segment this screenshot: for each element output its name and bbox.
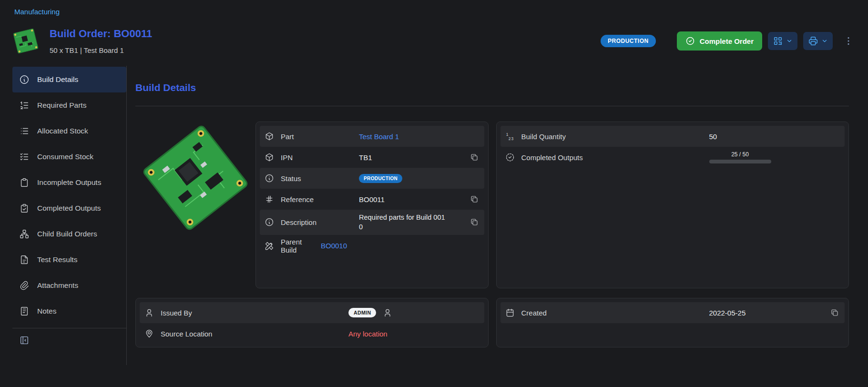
detail-label: Status: [281, 174, 352, 183]
sidebar-item-allocated-stock[interactable]: Allocated Stock: [12, 118, 126, 144]
status-badge: PRODUCTION: [359, 174, 402, 183]
pcb-image: [139, 122, 252, 234]
created-label: Created: [521, 309, 703, 317]
sidebar-item-child-build-orders[interactable]: Child Build Orders: [12, 221, 126, 247]
copy-icon: [830, 308, 839, 317]
sidebar: Build Details Required Parts Allocated S…: [12, 66, 127, 365]
sidebar-item-incomplete-outputs[interactable]: Incomplete Outputs: [12, 170, 126, 195]
sidebar-item-notes[interactable]: Notes: [12, 298, 126, 324]
sidebar-item-attachments[interactable]: Attachments: [12, 273, 126, 298]
print-actions-button[interactable]: [803, 32, 833, 50]
page-subtitle: 50 x TB1 | Test Board 1: [50, 46, 152, 54]
sidebar-item-test-results[interactable]: Test Results: [12, 247, 126, 273]
package-icon: [265, 132, 274, 141]
completed-outputs-progress: 25 / 50: [709, 151, 771, 163]
part-link[interactable]: Test Board 1: [359, 132, 399, 141]
sidebar-item-label: Build Details: [37, 75, 78, 84]
sidebar-item-build-details[interactable]: Build Details: [12, 67, 126, 92]
quantities-card: 123 Build Quantity 50 Completed Outputs …: [496, 122, 849, 288]
printer-icon: [808, 36, 818, 46]
map-pin-icon: [144, 329, 154, 338]
progress-text: 25 / 50: [731, 151, 749, 158]
user-icon: [383, 308, 392, 317]
copy-icon: [470, 153, 479, 162]
reference-value: BO0011: [359, 195, 385, 204]
copy-button[interactable]: [469, 152, 480, 163]
package-icon: [265, 153, 274, 162]
detail-cards: Part Test Board 1 IPN TB1 Status: [135, 122, 849, 347]
pcb-thumbnail-image: [12, 28, 39, 54]
list-numbers-icon: [19, 100, 30, 111]
sidebar-footer: [12, 328, 126, 354]
sitemap-icon: [19, 229, 30, 239]
dots-vertical-icon: [843, 36, 854, 46]
page: Manufacturing Build Order: BO0011 50 x T…: [0, 0, 868, 365]
clipboard-icon: [19, 177, 30, 188]
part-thumbnail[interactable]: [12, 28, 39, 54]
details-cell: Part Test Board 1 IPN TB1 Status: [135, 122, 489, 288]
completed-outputs-row: Completed Outputs 25 / 50: [500, 147, 845, 168]
sidebar-item-completed-outputs[interactable]: Completed Outputs: [12, 195, 126, 221]
hash-icon: [265, 194, 274, 204]
svg-text:3: 3: [511, 136, 513, 141]
copy-button[interactable]: [469, 217, 480, 227]
barcode-actions-button[interactable]: [768, 32, 797, 50]
clipboard-check-icon: [19, 203, 30, 214]
sidebar-item-consumed-stock[interactable]: Consumed Stock: [12, 144, 126, 170]
tools-icon: [265, 241, 274, 251]
section-title: Build Details: [135, 82, 849, 93]
progress-bar: [709, 160, 771, 163]
sidebar-item-label: Completed Outputs: [37, 204, 101, 213]
sidebar-item-label: Consumed Stock: [37, 153, 93, 161]
detail-row-part: Part Test Board 1: [260, 126, 484, 147]
parent-build-link[interactable]: BO0010: [321, 242, 347, 250]
issued-by-row: Issued By ADMIN: [140, 302, 484, 323]
breadcrumb: Manufacturing: [0, 0, 868, 16]
detail-row-ipn: IPN TB1: [260, 147, 484, 168]
section-divider: [135, 106, 849, 106]
numbers-123-icon: 123: [505, 132, 515, 141]
copy-button[interactable]: [469, 194, 480, 204]
ipn-value: TB1: [359, 153, 372, 162]
list-icon: [19, 126, 30, 136]
build-quantity-value: 50: [709, 132, 717, 141]
source-location-label: Source Location: [161, 330, 342, 338]
complete-order-label: Complete Order: [700, 37, 754, 45]
detail-label: Description: [281, 218, 352, 226]
chevron-down-icon: [786, 38, 793, 44]
build-details-card: Part Test Board 1 IPN TB1 Status: [255, 122, 489, 288]
main-panel: Build Details: [127, 66, 868, 365]
detail-row-reference: Reference BO0011: [260, 189, 484, 210]
file-report-icon: [19, 255, 30, 265]
header-titles: Build Order: BO0011 50 x TB1 | Test Boar…: [50, 28, 152, 54]
header: Build Order: BO0011 50 x TB1 | Test Boar…: [12, 28, 856, 54]
progress-check-icon: [505, 153, 515, 162]
detail-row-parent-build: Parent Build BO0010: [260, 235, 484, 257]
sidebar-item-required-parts[interactable]: Required Parts: [12, 92, 126, 118]
notes-icon: [19, 306, 30, 316]
source-location-value: Any location: [348, 330, 388, 338]
header-actions: PRODUCTION Complete Order: [601, 31, 856, 51]
sidebar-item-label: Required Parts: [37, 101, 86, 110]
circle-check-icon: [685, 36, 695, 46]
part-image[interactable]: [135, 122, 255, 288]
created-card: Created 2022-05-25: [496, 298, 849, 347]
complete-order-button[interactable]: Complete Order: [677, 31, 762, 51]
info-circle-icon: [265, 173, 274, 183]
breadcrumb-manufacturing[interactable]: Manufacturing: [14, 8, 60, 16]
build-quantity-row: 123 Build Quantity 50: [500, 126, 845, 147]
source-location-row: Source Location Any location: [140, 323, 484, 344]
chevron-down-icon: [821, 38, 828, 44]
calendar-icon: [505, 308, 515, 317]
status-badge: PRODUCTION: [601, 35, 656, 47]
created-value: 2022-05-25: [709, 309, 746, 317]
more-actions-button[interactable]: [841, 34, 856, 48]
page-title: Build Order: BO0011: [50, 28, 152, 40]
sidebar-item-label: Test Results: [37, 255, 77, 264]
sidebar-item-label: Incomplete Outputs: [37, 178, 101, 187]
sidebar-item-label: Attachments: [37, 281, 78, 290]
build-quantity-label: Build Quantity: [521, 132, 703, 141]
collapse-sidebar-button[interactable]: [19, 335, 30, 346]
sidebar-item-label: Allocated Stock: [37, 127, 88, 135]
copy-button[interactable]: [829, 307, 840, 318]
